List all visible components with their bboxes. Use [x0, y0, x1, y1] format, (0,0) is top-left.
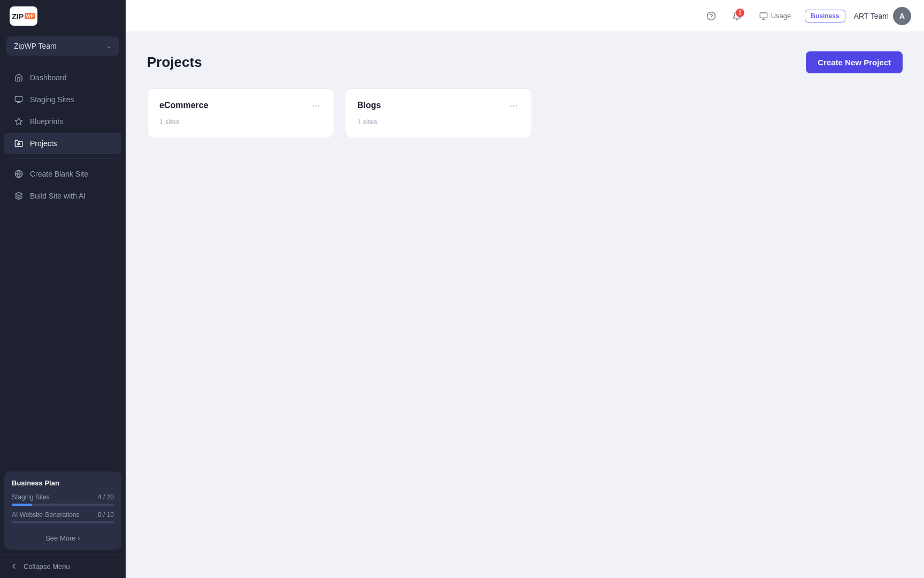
staging-sites-usage: Staging Sites 4 / 20: [12, 493, 114, 506]
user-name: ART Team: [854, 12, 889, 20]
blueprint-icon: [14, 117, 24, 126]
team-name: ZipWP Team: [14, 42, 57, 50]
chevron-right-icon: ›: [78, 534, 80, 542]
collapse-label: Collapse Menu: [24, 562, 70, 571]
sidebar-item-projects[interactable]: Projects: [4, 133, 121, 154]
ai-gen-progress-bar: [12, 521, 114, 523]
staging-progress-fill: [12, 504, 32, 506]
ai-gen-usage-value: 0 / 10: [98, 511, 114, 519]
nav-section: Dashboard Staging Sites Blueprints: [0, 60, 126, 467]
project-more-button[interactable]: ···: [507, 101, 520, 110]
plan-title: Business Plan: [12, 479, 114, 487]
wordpress-icon: [14, 169, 24, 179]
projects-icon: [14, 139, 24, 148]
business-badge[interactable]: Business: [805, 10, 845, 22]
notifications-button[interactable]: 1: [728, 7, 745, 25]
svg-marker-3: [15, 118, 22, 125]
svg-rect-8: [760, 13, 767, 18]
ai-icon: [14, 191, 24, 201]
project-card-header: Blogs ···: [357, 101, 520, 110]
see-more-button[interactable]: See More ›: [12, 530, 114, 542]
sidebar: ZIP WP ZipWP Team ⌄ Dashboard: [0, 0, 126, 578]
plan-section: Business Plan Staging Sites 4 / 20 AI We…: [4, 471, 121, 550]
logo: ZIP WP: [10, 6, 37, 26]
sidebar-item-dashboard[interactable]: Dashboard: [4, 67, 121, 88]
staging-sites-usage-value: 4 / 20: [98, 493, 114, 501]
help-button[interactable]: [703, 7, 720, 25]
content-header: Projects Create New Project: [147, 51, 903, 73]
sidebar-item-build-ai-label: Build Site with AI: [30, 192, 86, 200]
usage-button[interactable]: Usage: [754, 9, 797, 24]
create-new-project-button[interactable]: Create New Project: [806, 51, 903, 73]
collapse-menu-button[interactable]: Collapse Menu: [0, 554, 126, 578]
notification-badge: 1: [736, 9, 744, 17]
project-more-button[interactable]: ···: [310, 101, 322, 110]
logo-area: ZIP WP: [0, 0, 126, 32]
project-card-blogs[interactable]: Blogs ··· 1 sites: [345, 88, 532, 138]
sidebar-item-staging-label: Staging Sites: [30, 95, 74, 104]
chevron-down-icon: ⌄: [106, 42, 112, 50]
staging-progress-bar: [12, 504, 114, 506]
nav-divider: [10, 158, 116, 159]
sidebar-item-create-blank-site[interactable]: Create Blank Site: [4, 163, 121, 185]
sidebar-item-blueprints[interactable]: Blueprints: [4, 111, 121, 132]
content-area: Projects Create New Project eCommerce ··…: [126, 32, 924, 578]
database-icon: [14, 95, 24, 104]
project-name: Blogs: [357, 101, 381, 110]
home-icon: [14, 73, 24, 82]
sidebar-item-blueprints-label: Blueprints: [30, 117, 63, 126]
page-title: Projects: [147, 54, 202, 71]
ai-gen-usage: AI Website Generations 0 / 10: [12, 511, 114, 523]
logo-zip-text: ZIP: [12, 12, 24, 21]
sidebar-item-projects-label: Projects: [30, 139, 57, 148]
see-more-label: See More: [45, 534, 75, 542]
user-area[interactable]: ART Team A: [854, 7, 911, 25]
sidebar-item-build-ai[interactable]: Build Site with AI: [4, 185, 121, 207]
staging-sites-usage-label: Staging Sites: [12, 493, 50, 501]
ai-gen-usage-label: AI Website Generations: [12, 511, 80, 519]
collapse-icon: [10, 562, 18, 571]
projects-grid: eCommerce ··· 1 sites Blogs ··· 1 sites: [147, 88, 903, 138]
logo-wp-text: WP: [25, 13, 36, 19]
project-name: eCommerce: [159, 101, 209, 110]
project-sites-count: 1 sites: [159, 118, 322, 126]
project-sites-count: 1 sites: [357, 118, 520, 126]
team-selector[interactable]: ZipWP Team ⌄: [6, 36, 119, 56]
sidebar-item-staging-sites[interactable]: Staging Sites: [4, 89, 121, 110]
main-content: 1 Usage Business ART Team A Projects Cre…: [126, 0, 924, 578]
project-card-header: eCommerce ···: [159, 101, 322, 110]
svg-rect-0: [15, 96, 22, 101]
sidebar-item-dashboard-label: Dashboard: [30, 73, 67, 82]
avatar: A: [893, 7, 911, 25]
sidebar-item-create-blank-label: Create Blank Site: [30, 170, 88, 178]
usage-label: Usage: [771, 12, 791, 20]
header: 1 Usage Business ART Team A: [126, 0, 924, 32]
project-card-ecommerce[interactable]: eCommerce ··· 1 sites: [147, 88, 334, 138]
